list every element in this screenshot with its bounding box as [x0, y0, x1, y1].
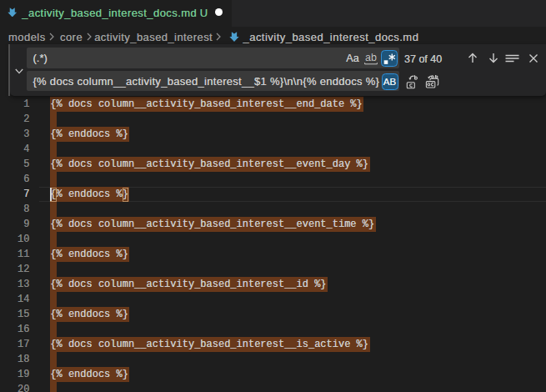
svg-text:ab: ab	[365, 52, 377, 63]
